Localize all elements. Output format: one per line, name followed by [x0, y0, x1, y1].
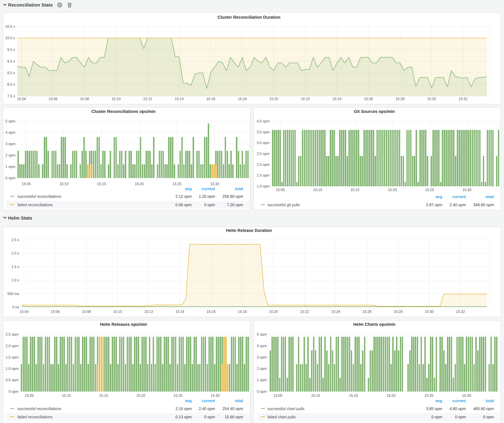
svg-text:4 opm: 4 opm — [257, 344, 267, 348]
svg-text:0 opm: 0 opm — [483, 415, 494, 419]
svg-text:4.80 opm: 4.80 opm — [450, 406, 466, 411]
svg-text:0 opm: 0 opm — [432, 415, 442, 419]
svg-text:successful chart pulls: successful chart pulls — [267, 406, 305, 411]
svg-text:15:15: 15:15 — [349, 394, 358, 398]
svg-text:3.85 opm: 3.85 opm — [426, 406, 442, 411]
svg-text:0 opm: 0 opm — [257, 389, 267, 394]
svg-text:avg: avg — [436, 399, 442, 403]
svg-text:15:05: 15:05 — [273, 394, 282, 398]
svg-text:1 opm: 1 opm — [257, 378, 267, 382]
svg-text:15:20: 15:20 — [387, 394, 396, 398]
svg-text:failed chart pulls: failed chart pulls — [267, 415, 296, 419]
svg-text:3 opm: 3 opm — [257, 355, 267, 359]
svg-text:15:30: 15:30 — [462, 394, 471, 398]
svg-text:5 opm: 5 opm — [257, 332, 267, 336]
svg-text:465.60 opm: 465.60 opm — [473, 406, 494, 411]
svg-text:15:10: 15:10 — [311, 394, 320, 398]
svg-text:2 opm: 2 opm — [257, 367, 267, 371]
svg-text:0 opm: 0 opm — [455, 415, 466, 419]
svg-text:total: total — [486, 399, 494, 403]
svg-text:current: current — [452, 399, 466, 403]
svg-text:15:25: 15:25 — [424, 394, 433, 398]
svg-text:Helm Charts ops/min: Helm Charts ops/min — [353, 322, 395, 327]
